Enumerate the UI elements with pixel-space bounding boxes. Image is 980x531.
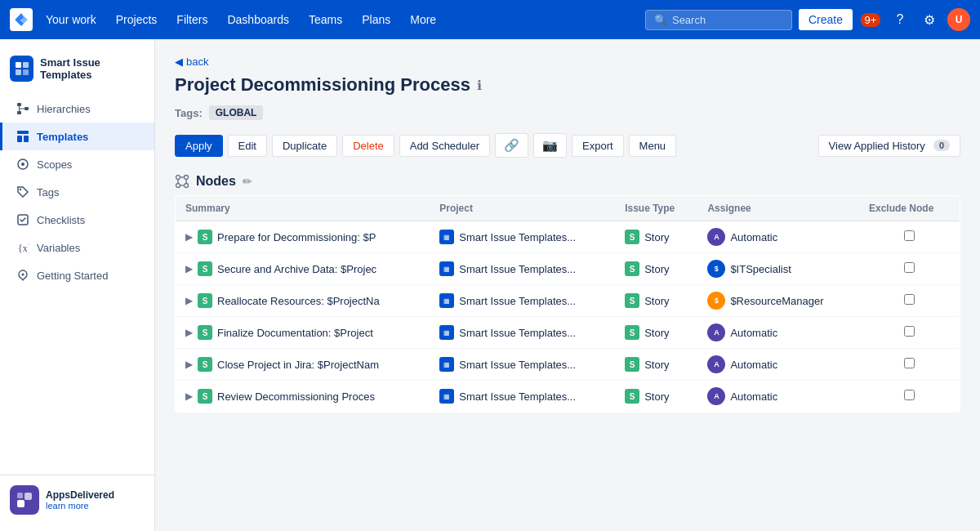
nav-plans[interactable]: Plans <box>355 10 397 29</box>
nav-your-work[interactable]: Your work <box>39 10 103 29</box>
duplicate-button[interactable]: Duplicate <box>272 135 337 157</box>
exclude-checkbox[interactable] <box>904 390 915 400</box>
assignee-name: $ResourceManager <box>730 295 823 307</box>
project-template-icon: ▦ <box>439 261 454 276</box>
issue-type-text: Story <box>644 327 669 339</box>
cell-summary: ▶ S Prepare for Decommissioning: $P <box>176 221 430 253</box>
sidebar-item-variables[interactable]: {x} Variables <box>0 234 154 261</box>
expand-btn[interactable]: ▶ <box>185 390 193 402</box>
exclude-checkbox[interactable] <box>904 294 915 305</box>
exclude-checkbox[interactable] <box>904 326 915 337</box>
issue-type-icon: S <box>625 325 639 340</box>
cell-exclude <box>859 349 960 381</box>
page-header: Project Decommissioning Process ℹ <box>175 74 960 96</box>
expand-btn[interactable]: ▶ <box>185 327 193 338</box>
svg-rect-18 <box>17 500 24 507</box>
settings-icon[interactable]: ⚙ <box>918 8 941 31</box>
sidebar-item-templates-label: Templates <box>37 131 88 143</box>
sidebar-item-templates[interactable]: Templates <box>0 123 154 150</box>
project-template-icon: ▦ <box>439 389 454 404</box>
exclude-checkbox[interactable] <box>904 262 915 273</box>
jira-logo[interactable] <box>10 8 33 31</box>
svg-rect-20 <box>17 493 23 498</box>
nav-teams[interactable]: Teams <box>302 10 349 29</box>
project-template-icon: ▦ <box>439 357 454 372</box>
expand-btn[interactable]: ▶ <box>185 359 193 370</box>
delete-button[interactable]: Delete <box>342 135 394 157</box>
sidebar-item-hierarchies[interactable]: Hierarchies <box>0 95 154 123</box>
nodes-edit-icon[interactable]: ✏ <box>243 175 252 188</box>
learn-more-link[interactable]: learn more <box>46 501 114 511</box>
cell-issue-type: S Story <box>615 381 697 413</box>
edit-button[interactable]: Edit <box>228 135 267 157</box>
cell-issue-type: S Story <box>615 317 697 349</box>
svg-rect-5 <box>17 111 21 114</box>
expand-btn[interactable]: ▶ <box>185 263 193 274</box>
view-history-label: View Applied History <box>829 140 925 152</box>
expand-btn[interactable]: ▶ <box>185 231 193 243</box>
apply-button[interactable]: Apply <box>175 135 223 157</box>
nav-projects[interactable]: Projects <box>109 10 164 29</box>
global-tag-badge: GLOBAL <box>209 105 264 120</box>
exclude-checkbox[interactable] <box>904 358 915 368</box>
info-icon[interactable]: ℹ <box>477 78 482 93</box>
user-avatar[interactable]: U <box>947 8 970 31</box>
export-button[interactable]: Export <box>572 135 624 157</box>
nav-dashboards[interactable]: Dashboards <box>220 10 296 29</box>
create-button[interactable]: Create <box>799 9 853 30</box>
exclude-checkbox[interactable] <box>904 230 915 241</box>
main-content: ◀ back Project Decommissioning Process ℹ… <box>155 39 980 531</box>
camera-icon-button[interactable]: 📷 <box>533 133 567 158</box>
svg-point-14 <box>20 189 21 190</box>
issue-type-icon: S <box>625 230 639 244</box>
summary-text: Prepare for Decommissioning: $P <box>217 231 376 243</box>
summary-text: Review Decommissioning Proces <box>217 390 375 403</box>
table-row: ▶ S Close Project in Jira: $ProjectNam ▦… <box>176 349 960 381</box>
search-box[interactable]: 🔍 Search <box>645 10 792 30</box>
template-icon <box>16 129 30 144</box>
svg-point-21 <box>176 176 180 180</box>
issue-story-icon: S <box>198 261 212 276</box>
sidebar: Smart Issue Templates Hierarchies Templa… <box>0 39 155 531</box>
back-button[interactable]: ◀ back <box>175 56 960 68</box>
hierarchy-icon <box>16 101 30 116</box>
help-icon[interactable]: ? <box>889 8 911 31</box>
link-icon-button[interactable]: 🔗 <box>495 133 528 158</box>
project-text: Smart Issue Templates... <box>459 390 576 403</box>
issue-type-icon: S <box>625 261 639 276</box>
menu-button[interactable]: Menu <box>629 135 677 157</box>
assignee-avatar: $ <box>707 292 725 310</box>
cell-assignee: A Automatic <box>697 381 859 413</box>
nav-more[interactable]: More <box>403 10 443 29</box>
project-template-icon: ▦ <box>439 325 454 340</box>
view-history-button[interactable]: View Applied History 0 <box>818 135 960 157</box>
add-scheduler-button[interactable]: Add Scheduler <box>399 135 490 157</box>
sidebar-item-getting-started[interactable]: Getting Started <box>0 261 154 289</box>
expand-btn[interactable]: ▶ <box>185 295 193 306</box>
sidebar-item-checklists[interactable]: Checklists <box>0 206 154 234</box>
issue-story-icon: S <box>198 293 212 308</box>
issue-type-icon: S <box>625 293 639 308</box>
cell-project: ▦ Smart Issue Templates... <box>430 253 615 285</box>
nav-filters[interactable]: Filters <box>170 10 214 29</box>
nodes-table: Summary Project Issue Type Assignee Excl… <box>175 195 960 413</box>
topnav: Your work Projects Filters Dashboards Te… <box>0 0 980 39</box>
cell-summary: ▶ S Secure and Archive Data: $Projec <box>176 253 430 285</box>
cell-summary: ▶ S Review Decommissioning Proces <box>176 381 430 413</box>
tags-row: Tags: GLOBAL <box>175 105 960 120</box>
svg-rect-3 <box>23 69 29 75</box>
summary-text: Close Project in Jira: $ProjectNam <box>217 359 379 371</box>
issue-story-icon: S <box>198 230 212 244</box>
cell-summary: ▶ S Close Project in Jira: $ProjectNam <box>176 349 430 381</box>
page-title: Project Decommissioning Process <box>175 74 470 96</box>
svg-rect-0 <box>16 62 21 68</box>
summary-text: Secure and Archive Data: $Projec <box>217 263 376 275</box>
cell-project: ▦ Smart Issue Templates... <box>430 221 615 253</box>
sidebar-item-tags-label: Tags <box>37 186 59 199</box>
notifications-icon[interactable]: 9+ <box>859 8 882 31</box>
svg-rect-11 <box>24 136 29 142</box>
cell-exclude <box>859 253 960 285</box>
scope-icon <box>16 157 30 172</box>
sidebar-item-scopes[interactable]: Scopes <box>0 150 154 178</box>
sidebar-item-tags[interactable]: Tags <box>0 178 154 206</box>
